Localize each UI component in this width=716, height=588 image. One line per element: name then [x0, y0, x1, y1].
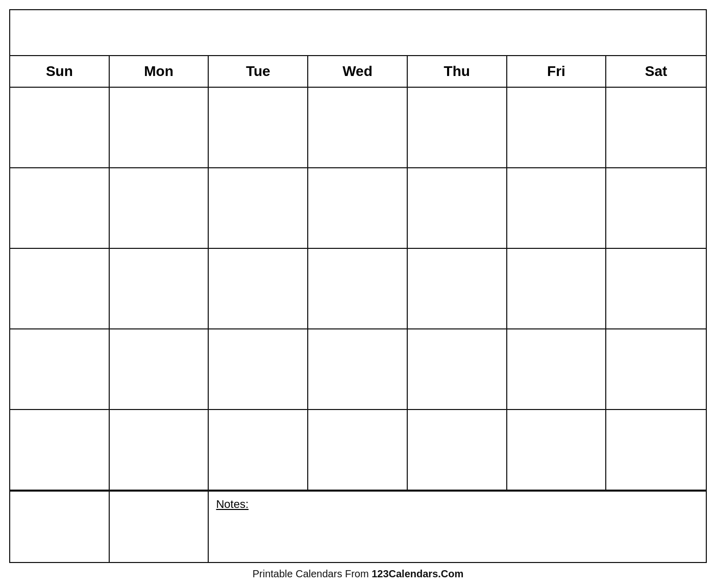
notes-row: Notes:: [10, 491, 706, 562]
cell-w3-sat[interactable]: [606, 249, 706, 328]
cell-w1-fri[interactable]: [507, 88, 607, 167]
cell-w4-sun[interactable]: [10, 329, 110, 409]
cell-w5-mon[interactable]: [110, 410, 209, 490]
cell-w2-sun[interactable]: [10, 168, 110, 248]
cell-w4-thu[interactable]: [408, 329, 507, 409]
calendar-title-area: [10, 10, 706, 56]
week-row-1: [10, 88, 706, 168]
header-wed: Wed: [308, 56, 408, 87]
header-mon: Mon: [110, 56, 209, 87]
calendar-grid: Sun Mon Tue Wed Thu Fri Sat: [10, 56, 706, 562]
cell-w2-tue[interactable]: [209, 168, 308, 248]
week-row-5: [10, 410, 706, 491]
cell-w4-fri[interactable]: [507, 329, 607, 409]
notes-label: Notes:: [216, 498, 249, 510]
cell-w2-sat[interactable]: [606, 168, 706, 248]
cell-w5-fri[interactable]: [507, 410, 607, 490]
cell-w3-sun[interactable]: [10, 249, 110, 328]
header-fri: Fri: [507, 56, 607, 87]
cell-w1-sat[interactable]: [606, 88, 706, 167]
cell-w1-thu[interactable]: [408, 88, 507, 167]
cell-w4-tue[interactable]: [209, 329, 308, 409]
footer: Printable Calendars From 123Calendars.Co…: [253, 568, 464, 583]
cell-w1-mon[interactable]: [110, 88, 209, 167]
cell-w1-wed[interactable]: [308, 88, 408, 167]
cell-w5-sun[interactable]: [10, 410, 110, 490]
notes-empty-2: [110, 492, 209, 562]
cell-w3-wed[interactable]: [308, 249, 408, 328]
calendar-container: Sun Mon Tue Wed Thu Fri Sat: [9, 9, 707, 563]
cell-w5-wed[interactable]: [308, 410, 408, 490]
cell-w5-sat[interactable]: [606, 410, 706, 490]
cell-w2-mon[interactable]: [110, 168, 209, 248]
week-row-4: [10, 329, 706, 410]
cell-w2-thu[interactable]: [408, 168, 507, 248]
cell-w3-tue[interactable]: [209, 249, 308, 328]
header-sat: Sat: [606, 56, 706, 87]
calendar-body: Notes:: [10, 88, 706, 562]
footer-brand: 123Calendars.Com: [372, 568, 463, 579]
cell-w2-wed[interactable]: [308, 168, 408, 248]
cell-w5-tue[interactable]: [209, 410, 308, 490]
cell-w3-thu[interactable]: [408, 249, 507, 328]
cell-w5-thu[interactable]: [408, 410, 507, 490]
header-thu: Thu: [408, 56, 507, 87]
cell-w1-tue[interactable]: [209, 88, 308, 167]
header-tue: Tue: [209, 56, 308, 87]
cell-w4-sat[interactable]: [606, 329, 706, 409]
cell-w4-wed[interactable]: [308, 329, 408, 409]
cell-w3-fri[interactable]: [507, 249, 607, 328]
week-row-2: [10, 168, 706, 249]
footer-prefix: Printable Calendars From: [253, 568, 372, 579]
cell-w4-mon[interactable]: [110, 329, 209, 409]
cell-w3-mon[interactable]: [110, 249, 209, 328]
header-sun: Sun: [10, 56, 110, 87]
week-row-3: [10, 249, 706, 329]
calendar-header-row: Sun Mon Tue Wed Thu Fri Sat: [10, 56, 706, 88]
notes-content-area[interactable]: Notes:: [209, 492, 706, 562]
notes-empty-1: [10, 492, 110, 562]
cell-w2-fri[interactable]: [507, 168, 607, 248]
cell-w1-sun[interactable]: [10, 88, 110, 167]
